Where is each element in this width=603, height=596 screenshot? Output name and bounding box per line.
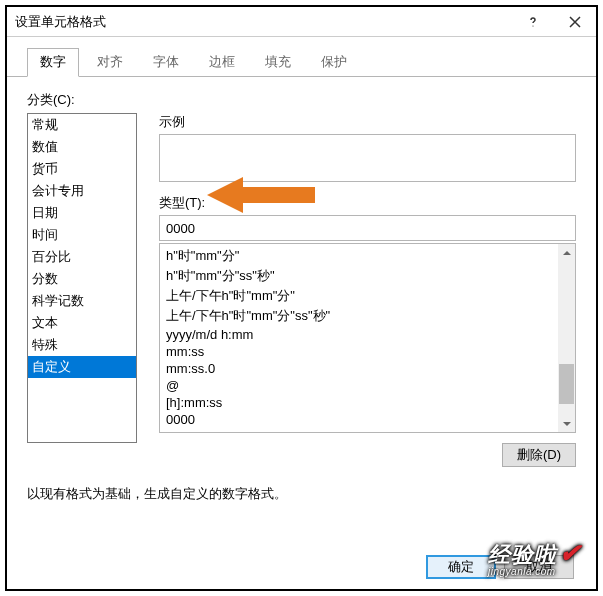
category-item[interactable]: 文本 (28, 312, 136, 334)
category-label: 分类(C): (27, 91, 576, 109)
svg-point-0 (532, 25, 533, 26)
window-title: 设置单元格格式 (15, 13, 106, 31)
format-item[interactable]: h"时"mm"分" (160, 246, 575, 266)
category-item[interactable]: 货币 (28, 158, 136, 180)
description: 以现有格式为基础，生成自定义的数字格式。 (27, 485, 576, 503)
format-item[interactable]: yyyy/m/d h:mm (160, 326, 575, 343)
category-item[interactable]: 日期 (28, 202, 136, 224)
delete-button[interactable]: 删除(D) (502, 443, 576, 467)
format-item[interactable]: mm:ss.0 (160, 360, 575, 377)
category-item[interactable]: 分数 (28, 268, 136, 290)
tab-number[interactable]: 数字 (27, 48, 79, 77)
sample-box (159, 134, 576, 182)
type-input[interactable] (159, 215, 576, 241)
cancel-button[interactable]: 取消 (504, 555, 574, 579)
close-button[interactable] (554, 7, 596, 37)
format-item[interactable]: @ (160, 377, 575, 394)
ok-button[interactable]: 确定 (426, 555, 496, 579)
format-item[interactable]: 0000 (160, 411, 575, 428)
tab-alignment[interactable]: 对齐 (85, 49, 135, 76)
scroll-up-arrow[interactable] (558, 244, 575, 261)
category-item[interactable]: 数值 (28, 136, 136, 158)
category-item[interactable]: 百分比 (28, 246, 136, 268)
help-button[interactable] (512, 7, 554, 37)
tab-fill[interactable]: 填充 (253, 49, 303, 76)
format-item[interactable]: 上午/下午h"时"mm"分" (160, 286, 575, 306)
format-item[interactable]: 上午/下午h"时"mm"分"ss"秒" (160, 306, 575, 326)
type-format-listbox[interactable]: h"时"mm"分"h"时"mm"分"ss"秒"上午/下午h"时"mm"分"上午/… (159, 243, 576, 433)
tab-font[interactable]: 字体 (141, 49, 191, 76)
format-item[interactable]: 00000 (160, 428, 575, 433)
category-item[interactable]: 特殊 (28, 334, 136, 356)
category-item[interactable]: 常规 (28, 114, 136, 136)
type-label: 类型(T): (159, 194, 576, 212)
format-item[interactable]: [h]:mm:ss (160, 394, 575, 411)
sample-label: 示例 (159, 113, 576, 131)
category-item[interactable]: 科学记数 (28, 290, 136, 312)
scroll-down-arrow[interactable] (558, 415, 575, 432)
category-listbox[interactable]: 常规数值货币会计专用日期时间百分比分数科学记数文本特殊自定义 (27, 113, 137, 443)
category-item[interactable]: 会计专用 (28, 180, 136, 202)
format-item[interactable]: h"时"mm"分"ss"秒" (160, 266, 575, 286)
title-bar: 设置单元格格式 (7, 7, 596, 37)
tab-protection[interactable]: 保护 (309, 49, 359, 76)
category-item[interactable]: 自定义 (28, 356, 136, 378)
format-item[interactable]: mm:ss (160, 343, 575, 360)
scrollbar[interactable] (558, 244, 575, 432)
tab-border[interactable]: 边框 (197, 49, 247, 76)
tab-strip: 数字 对齐 字体 边框 填充 保护 (7, 37, 596, 77)
category-item[interactable]: 时间 (28, 224, 136, 246)
scroll-thumb[interactable] (559, 364, 574, 404)
